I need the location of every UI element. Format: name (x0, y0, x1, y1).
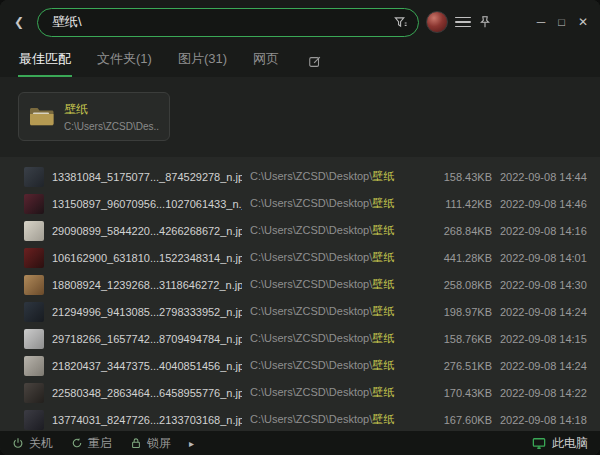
file-row[interactable]: 21294996_9413085...2798333952_n.jpg C:\U… (0, 298, 600, 325)
file-path-prefix: C:\Users\ZCSD\Desktop\ (250, 359, 372, 371)
file-path-highlight: 壁纸 (372, 386, 394, 398)
file-path: C:\Users\ZCSD\Desktop\壁纸 (250, 223, 428, 238)
minimize-button[interactable]: ─ (537, 16, 546, 28)
file-row[interactable]: 13150897_96070956...1027061433_n.jpg C:\… (0, 190, 600, 217)
file-path-prefix: C:\Users\ZCSD\Desktop\ (250, 305, 372, 317)
folder-path: C:\Users\ZCSD\Des... (64, 121, 159, 132)
file-size: 167.60KB (436, 414, 492, 426)
folder-name: 壁纸 (64, 101, 159, 118)
file-name: 13381084_5175077..._874529278_n.jpg (52, 171, 242, 183)
file-path: C:\Users\ZCSD\Desktop\壁纸 (250, 385, 428, 400)
file-date: 2022-09-08 14:15 (500, 333, 595, 345)
file-row[interactable]: 29718266_1657742...8709494784_n.jpg C:\U… (0, 325, 600, 352)
file-path-prefix: C:\Users\ZCSD\Desktop\ (250, 278, 372, 290)
expand-arrow-icon[interactable]: ▸ (189, 438, 194, 449)
tab-images[interactable]: 图片(31) (177, 43, 228, 77)
file-name: 13774031_8247726...2133703168_n.jpg (52, 414, 242, 426)
file-row[interactable]: 13381084_5175077..._874529278_n.jpg C:\U… (0, 163, 600, 190)
file-path: C:\Users\ZCSD\Desktop\壁纸 (250, 358, 428, 373)
file-name: 22580348_2863464...6458955776_n.jpg (52, 387, 242, 399)
file-thumbnail (24, 329, 44, 349)
file-path: C:\Users\ZCSD\Desktop\壁纸 (250, 304, 428, 319)
close-button[interactable]: ✕ (578, 16, 588, 28)
back-chevron-icon: ❮ (14, 16, 24, 28)
edit-icon[interactable] (308, 55, 322, 77)
file-size: 441.28KB (436, 252, 492, 264)
file-path-prefix: C:\Users\ZCSD\Desktop\ (250, 170, 372, 182)
file-date: 2022-09-08 14:22 (500, 387, 595, 399)
file-path-highlight: 壁纸 (372, 359, 394, 371)
best-match-folder-card[interactable]: 壁纸 C:\Users\ZCSD\Des... (18, 92, 170, 141)
file-size: 170.43KB (436, 387, 492, 399)
file-name: 13150897_96070956...1027061433_n.jpg (52, 198, 242, 210)
file-path: C:\Users\ZCSD\Desktop\壁纸 (250, 250, 428, 265)
file-row[interactable]: 29090899_5844220...4266268672_n.jpg C:\U… (0, 217, 600, 244)
maximize-button[interactable]: □ (558, 17, 565, 28)
file-name: 29718266_1657742...8709494784_n.jpg (52, 333, 242, 345)
file-list: 13381084_5175077..._874529278_n.jpg C:\U… (0, 157, 600, 431)
power-icon (12, 437, 24, 449)
file-path-prefix: C:\Users\ZCSD\Desktop\ (250, 224, 372, 236)
tab-best-match[interactable]: 最佳匹配 (18, 43, 72, 77)
file-size: 111.42KB (436, 198, 492, 210)
file-date: 2022-09-08 14:01 (500, 252, 595, 264)
file-path-highlight: 壁纸 (372, 170, 394, 182)
file-path-prefix: C:\Users\ZCSD\Desktop\ (250, 251, 372, 263)
file-date: 2022-09-08 14:44 (500, 171, 595, 183)
file-size: 198.97KB (436, 306, 492, 318)
file-thumbnail (24, 248, 44, 268)
file-thumbnail (24, 383, 44, 403)
file-thumbnail (24, 194, 44, 214)
file-row[interactable]: 13774031_8247726...2133703168_n.jpg C:\U… (0, 406, 600, 431)
file-path: C:\Users\ZCSD\Desktop\壁纸 (250, 331, 428, 346)
file-name: 18808924_1239268...3118646272_n.jpg (52, 279, 242, 291)
file-thumbnail (24, 356, 44, 376)
file-path-highlight: 壁纸 (372, 251, 394, 263)
this-pc-label: 此电脑 (552, 435, 588, 452)
file-size: 158.76KB (436, 333, 492, 345)
file-path: C:\Users\ZCSD\Desktop\壁纸 (250, 196, 428, 211)
lock-label: 锁屏 (147, 435, 171, 452)
file-row[interactable]: 18808924_1239268...3118646272_n.jpg C:\U… (0, 271, 600, 298)
shutdown-button[interactable]: 关机 (12, 435, 53, 452)
search-box (37, 8, 419, 37)
file-thumbnail (24, 275, 44, 295)
file-path-highlight: 壁纸 (372, 332, 394, 344)
lock-screen-button[interactable]: 锁屏 (130, 435, 171, 452)
tab-folders[interactable]: 文件夹(1) (96, 43, 153, 77)
footer-bar: 关机 重启 锁屏 ▸ (0, 431, 600, 455)
filter-icon[interactable] (393, 15, 408, 30)
file-path-highlight: 壁纸 (372, 305, 394, 317)
computer-icon (532, 437, 546, 450)
search-window: ❮ ─ □ (0, 0, 600, 455)
file-name: 21820437_3447375...4040851456_n.jpg (52, 360, 242, 372)
restart-icon (71, 437, 83, 449)
search-input[interactable] (52, 15, 385, 30)
file-path-highlight: 壁纸 (372, 224, 394, 236)
file-date: 2022-09-08 14:30 (500, 279, 595, 291)
file-thumbnail (24, 221, 44, 241)
file-path-prefix: C:\Users\ZCSD\Desktop\ (250, 413, 372, 425)
close-icon: ✕ (578, 16, 588, 28)
file-row[interactable]: 106162900_631810...1522348314_n.jpg C:\U… (0, 244, 600, 271)
restart-label: 重启 (88, 435, 112, 452)
pin-icon[interactable] (478, 15, 492, 29)
file-date: 2022-09-08 14:18 (500, 414, 595, 426)
back-button[interactable]: ❮ (8, 11, 30, 33)
file-date: 2022-09-08 14:24 (500, 306, 595, 318)
file-size: 276.51KB (436, 360, 492, 372)
window-controls: ─ □ ✕ (537, 16, 588, 28)
user-avatar[interactable] (426, 11, 448, 33)
best-match-section: 壁纸 C:\Users\ZCSD\Des... (0, 77, 600, 157)
file-path: C:\Users\ZCSD\Desktop\壁纸 (250, 169, 428, 184)
file-date: 2022-09-08 14:16 (500, 225, 595, 237)
this-pc-button[interactable]: 此电脑 (532, 435, 588, 452)
file-row[interactable]: 21820437_3447375...4040851456_n.jpg C:\U… (0, 352, 600, 379)
result-tabs: 最佳匹配 文件夹(1) 图片(31) 网页 (0, 44, 600, 77)
hamburger-menu-icon[interactable] (455, 17, 471, 28)
tab-web[interactable]: 网页 (252, 43, 280, 77)
file-path-prefix: C:\Users\ZCSD\Desktop\ (250, 386, 372, 398)
file-row[interactable]: 22580348_2863464...6458955776_n.jpg C:\U… (0, 379, 600, 406)
restart-button[interactable]: 重启 (71, 435, 112, 452)
file-thumbnail (24, 302, 44, 322)
